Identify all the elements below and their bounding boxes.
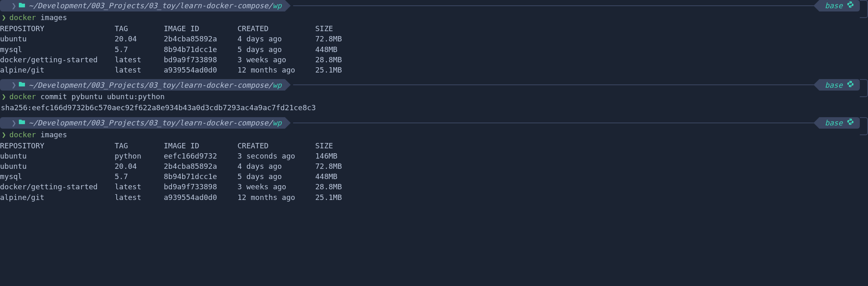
prompt-path-cwd: wp bbox=[273, 80, 282, 90]
prompt-left-segment: ❯~/Development/003_Projects/03_toy/learn… bbox=[0, 0, 285, 11]
table-header-cell: SIZE bbox=[315, 23, 354, 34]
table-header-cell: IMAGE ID bbox=[164, 23, 237, 34]
table-row: mysql5.78b94b71dcc1e5 days ago448MB bbox=[0, 171, 354, 182]
command-args: images bbox=[41, 130, 67, 139]
table-cell: bd9a9f733898 bbox=[164, 54, 237, 65]
table-header-cell: CREATED bbox=[237, 141, 315, 151]
table-header-cell: REPOSITORY bbox=[0, 141, 115, 151]
prompt-hook-bottom bbox=[860, 91, 868, 97]
table-cell: 8b94b71dcc1e bbox=[164, 171, 237, 182]
command-block: ❯~/Development/003_Projects/03_toy/learn… bbox=[0, 0, 868, 75]
command-block: ❯~/Development/003_Projects/03_toy/learn… bbox=[0, 79, 868, 113]
table-header-cell: CREATED bbox=[237, 23, 315, 34]
prompt-right-segment: base bbox=[819, 79, 860, 91]
conda-env-name: base bbox=[825, 0, 843, 11]
command-line[interactable]: ❯docker images bbox=[0, 11, 868, 23]
table-cell: 72.8MB bbox=[315, 161, 354, 171]
table-cell: a939554ad0d0 bbox=[164, 65, 237, 75]
prompt-divider bbox=[293, 84, 819, 85]
prompt-path-cwd: wp bbox=[273, 118, 282, 128]
table-cell: 4 days ago bbox=[237, 161, 315, 171]
prompt-path-prefix: ~/Development/003_Projects/03_toy/learn-… bbox=[29, 80, 273, 90]
table-cell: 28.8MB bbox=[315, 54, 354, 65]
table-cell: a939554ad0d0 bbox=[164, 192, 237, 202]
table-row: docker/getting-startedlatestbd9a9f733898… bbox=[0, 182, 354, 192]
prompt-hook-bottom bbox=[860, 11, 868, 18]
table-row: alpine/gitlatesta939554ad0d012 months ag… bbox=[0, 65, 354, 75]
python-icon bbox=[847, 0, 854, 11]
table-cell: latest bbox=[115, 192, 164, 202]
table-header-cell: IMAGE ID bbox=[164, 141, 237, 151]
prompt-hook-top bbox=[860, 79, 868, 91]
command-args: images bbox=[41, 13, 67, 22]
prompt-line: ❯~/Development/003_Projects/03_toy/learn… bbox=[0, 79, 868, 91]
table-cell: 448MB bbox=[315, 44, 354, 54]
table-cell: 20.04 bbox=[115, 34, 164, 44]
prompt-caret-icon: ❯ bbox=[2, 92, 6, 101]
table-header-row: REPOSITORYTAGIMAGE IDCREATEDSIZE bbox=[0, 23, 354, 34]
prompt-hook-top bbox=[860, 0, 868, 11]
table-cell: latest bbox=[115, 182, 164, 192]
table-cell: alpine/git bbox=[0, 65, 115, 75]
table-cell: 146MB bbox=[315, 151, 354, 161]
table-header-cell: REPOSITORY bbox=[0, 23, 115, 34]
table-cell: 448MB bbox=[315, 171, 354, 182]
table-cell: 3 seconds ago bbox=[237, 151, 315, 161]
table-cell: mysql bbox=[0, 171, 115, 182]
table-row: ubuntupythoneefc166d97323 seconds ago146… bbox=[0, 151, 354, 161]
prompt-path-cwd: wp bbox=[273, 0, 282, 11]
table-cell: 25.1MB bbox=[315, 192, 354, 202]
table-cell: 2b4cba85892a bbox=[164, 161, 237, 171]
prompt-hook-bottom bbox=[860, 129, 868, 135]
prompt-line: ❯~/Development/003_Projects/03_toy/learn… bbox=[0, 0, 868, 11]
folder-icon bbox=[19, 118, 25, 127]
table-cell: latest bbox=[115, 54, 164, 65]
table-cell: 5.7 bbox=[115, 171, 164, 182]
table-cell: 5 days ago bbox=[237, 171, 315, 182]
table-cell: 3 weeks ago bbox=[237, 182, 315, 192]
docker-images-table: REPOSITORYTAGIMAGE IDCREATEDSIZEubuntupy… bbox=[0, 141, 354, 202]
prompt-divider bbox=[293, 123, 819, 123]
table-row: mysql5.78b94b71dcc1e5 days ago448MB bbox=[0, 44, 354, 54]
table-cell: 12 months ago bbox=[237, 192, 315, 202]
table-header-cell: SIZE bbox=[315, 141, 354, 151]
command-executable: docker bbox=[9, 92, 36, 101]
command-line[interactable]: ❯docker images bbox=[0, 129, 868, 141]
folder-icon bbox=[19, 2, 25, 10]
prompt-path-prefix: ~/Development/003_Projects/03_toy/learn-… bbox=[29, 0, 273, 11]
command-executable: docker bbox=[9, 130, 36, 139]
command-args: commit pybuntu ubuntu:python bbox=[41, 92, 165, 101]
chevron-right-icon: ❯ bbox=[11, 117, 16, 129]
table-cell: 4 days ago bbox=[237, 34, 315, 44]
table-cell: 3 weeks ago bbox=[237, 54, 315, 65]
table-cell: ubuntu bbox=[0, 34, 115, 44]
prompt-left-segment: ❯~/Development/003_Projects/03_toy/learn… bbox=[0, 79, 285, 91]
chevron-right-icon: ❯ bbox=[11, 79, 16, 91]
table-row: ubuntu20.042b4cba85892a4 days ago72.8MB bbox=[0, 34, 354, 44]
table-cell: mysql bbox=[0, 44, 115, 54]
folder-icon bbox=[19, 81, 25, 89]
table-cell: 5.7 bbox=[115, 44, 164, 54]
table-cell: ubuntu bbox=[0, 161, 115, 171]
table-cell: docker/getting-started bbox=[0, 54, 115, 65]
prompt-hook-top bbox=[860, 117, 868, 129]
table-header-cell: TAG bbox=[115, 141, 164, 151]
table-cell: 72.8MB bbox=[315, 34, 354, 44]
terminal-root[interactable]: ❯~/Development/003_Projects/03_toy/learn… bbox=[0, 0, 868, 202]
table-cell: bd9a9f733898 bbox=[164, 182, 237, 192]
table-row: docker/getting-startedlatestbd9a9f733898… bbox=[0, 54, 354, 65]
python-icon bbox=[847, 80, 854, 90]
table-cell: ubuntu bbox=[0, 151, 115, 161]
prompt-divider bbox=[293, 5, 819, 6]
command-executable: docker bbox=[9, 13, 36, 22]
table-cell: eefc166d9732 bbox=[164, 151, 237, 161]
command-line[interactable]: ❯docker commit pybuntu ubuntu:python bbox=[0, 91, 868, 102]
table-cell: 28.8MB bbox=[315, 182, 354, 192]
table-cell: python bbox=[115, 151, 164, 161]
table-row: alpine/gitlatesta939554ad0d012 months ag… bbox=[0, 192, 354, 202]
table-cell: latest bbox=[115, 65, 164, 75]
prompt-left-segment: ❯~/Development/003_Projects/03_toy/learn… bbox=[0, 117, 285, 129]
prompt-line: ❯~/Development/003_Projects/03_toy/learn… bbox=[0, 117, 868, 129]
table-cell: alpine/git bbox=[0, 192, 115, 202]
table-cell: 20.04 bbox=[115, 161, 164, 171]
